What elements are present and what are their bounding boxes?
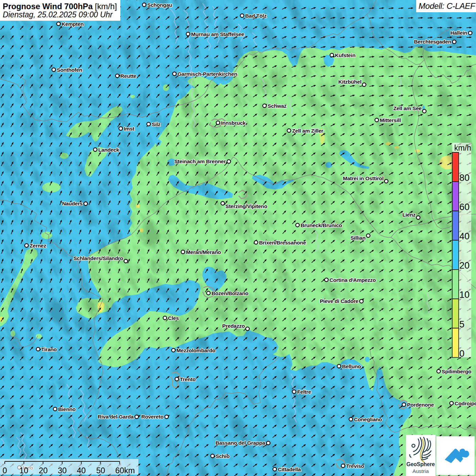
svg-text:Rovereto: Rovereto — [141, 414, 164, 420]
svg-text:Spilimbergo: Spilimbergo — [442, 369, 471, 374]
svg-text:Schlanders/Silandro: Schlanders/Silandro — [73, 255, 123, 261]
svg-text:Trento: Trento — [180, 376, 196, 382]
svg-text:40: 40 — [77, 466, 86, 475]
svg-text:Conegliano: Conegliano — [354, 417, 382, 422]
svg-text:Codroipo: Codroipo — [455, 401, 476, 406]
svg-text:Prognose Wind 700hPa [km/h]: Prognose Wind 700hPa [km/h] — [3, 2, 117, 11]
svg-text:km/h: km/h — [454, 143, 471, 152]
svg-text:0: 0 — [2, 466, 7, 475]
svg-text:Steinach am Brenner: Steinach am Brenner — [174, 158, 226, 164]
svg-text:Cittadella: Cittadella — [278, 466, 301, 472]
svg-text:Bienno: Bienno — [58, 406, 75, 412]
svg-text:Austria: Austria — [412, 468, 429, 474]
svg-text:30: 30 — [58, 466, 67, 475]
svg-text:Bassano del Grappa: Bassano del Grappa — [216, 440, 266, 446]
svg-text:Bad Tölz: Bad Tölz — [245, 13, 267, 19]
svg-text:10: 10 — [19, 466, 28, 475]
svg-text:20: 20 — [39, 466, 48, 475]
svg-text:80: 80 — [459, 173, 470, 183]
svg-text:Bozen/Bolzano: Bozen/Bolzano — [211, 290, 248, 296]
svg-text:Pieve di Cadore: Pieve di Cadore — [320, 298, 359, 304]
svg-text:50: 50 — [96, 466, 105, 475]
svg-text:Murnau am Staffelsee: Murnau am Staffelsee — [191, 31, 244, 37]
svg-text:Meran/Merano: Meran/Merano — [186, 249, 221, 255]
svg-text:5: 5 — [459, 319, 464, 329]
svg-text:Garmisch-Partenkirchen: Garmisch-Partenkirchen — [177, 71, 237, 77]
svg-text:Sillian: Sillian — [351, 235, 366, 241]
svg-text:GeoSphere: GeoSphere — [406, 461, 435, 467]
svg-text:60: 60 — [459, 202, 470, 212]
svg-text:Feltre: Feltre — [297, 389, 311, 395]
svg-text:Schwaz: Schwaz — [268, 103, 287, 109]
svg-text:20: 20 — [459, 260, 470, 271]
svg-text:Pordenone: Pordenone — [407, 402, 434, 408]
svg-text:Modell: C-LAEF: Modell: C-LAEF — [419, 1, 476, 11]
svg-text:Schio: Schio — [216, 453, 230, 459]
svg-text:Kempten: Kempten — [62, 21, 84, 27]
svg-text:0: 0 — [459, 348, 464, 359]
svg-text:Lienz: Lienz — [402, 212, 415, 218]
svg-text:Berchtesgaden: Berchtesgaden — [414, 39, 451, 45]
svg-text:10: 10 — [459, 290, 470, 300]
svg-text:Tirano: Tirano — [41, 346, 57, 352]
svg-text:Schongau: Schongau — [147, 2, 172, 8]
svg-text:Cles: Cles — [168, 315, 179, 321]
svg-text:Cortina d'Ampezzo: Cortina d'Ampezzo — [329, 277, 376, 283]
svg-text:Mittersill: Mittersill — [380, 117, 401, 123]
svg-text:Kufstein: Kufstein — [335, 52, 355, 58]
svg-text:Reutte: Reutte — [120, 73, 137, 79]
svg-text:Dienstag, 25.02.2025 09:00 Uhr: Dienstag, 25.02.2025 09:00 Uhr — [3, 10, 113, 19]
svg-text:Bruneck/Brunico: Bruneck/Brunico — [301, 222, 342, 228]
svg-text:Innsbruck: Innsbruck — [221, 120, 246, 126]
svg-text:Predazzo: Predazzo — [222, 323, 245, 329]
svg-text:Imst: Imst — [124, 126, 134, 132]
svg-text:Sterzing/Vipiteno: Sterzing/Vipiteno — [225, 203, 267, 209]
svg-text:Treviso: Treviso — [346, 463, 364, 469]
svg-text:Sonthofen: Sonthofen — [57, 67, 82, 73]
svg-text:Matrei in Osttirol: Matrei in Osttirol — [343, 175, 384, 181]
svg-text:Belluno: Belluno — [342, 363, 361, 369]
svg-text:Landeck: Landeck — [98, 147, 119, 153]
svg-text:Brixen/Bressanone: Brixen/Bressanone — [259, 240, 306, 245]
svg-text:60km: 60km — [115, 466, 135, 475]
svg-text:Silz: Silz — [152, 121, 160, 127]
svg-text:Zell am See: Zell am See — [393, 105, 422, 111]
svg-text:Mezzolombardo: Mezzolombardo — [176, 347, 216, 353]
svg-text:Riva del Garda: Riva del Garda — [98, 414, 134, 420]
svg-text:Zernez: Zernez — [30, 243, 46, 249]
svg-text:Nauders: Nauders — [62, 201, 83, 206]
svg-text:Kitzbühel: Kitzbühel — [338, 79, 361, 85]
svg-text:Hallein: Hallein — [451, 30, 467, 36]
svg-text:40: 40 — [459, 231, 470, 241]
svg-text:Zell am Ziller: Zell am Ziller — [292, 128, 323, 134]
